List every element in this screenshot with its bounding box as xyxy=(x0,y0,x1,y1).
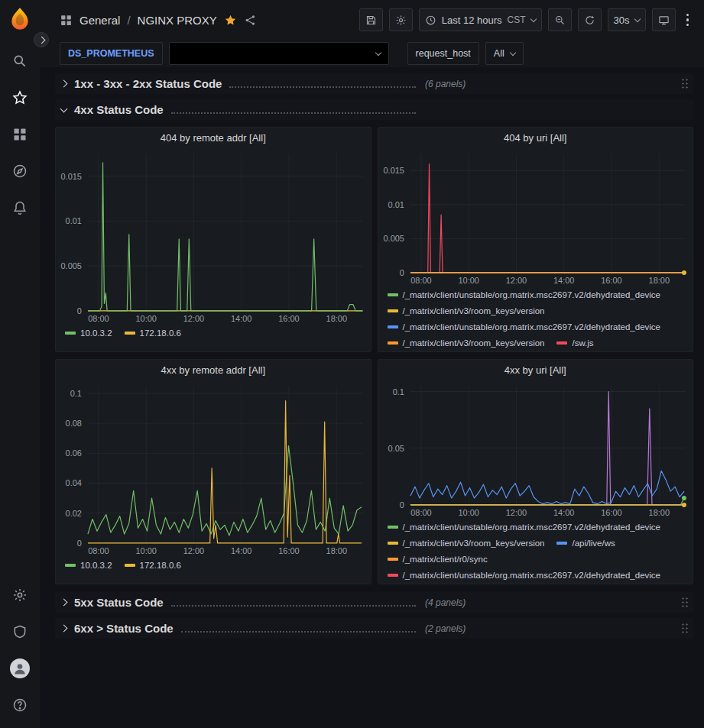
row-drag-handle[interactable] xyxy=(681,597,689,608)
variable-label-request-host: request_host xyxy=(407,42,479,65)
chevron-down-icon xyxy=(634,15,640,21)
row-panel-count: (6 panels) xyxy=(425,79,466,89)
row-drag-handle[interactable] xyxy=(681,78,689,89)
dashboard-settings-button[interactable] xyxy=(389,8,413,31)
legend-item[interactable]: /_matrix/client/unstable/org.matrix.msc2… xyxy=(388,289,661,301)
time-series-chart[interactable]: 08:0010:0012:0014:0016:0018:0000.0050.01… xyxy=(56,147,371,325)
time-series-chart[interactable]: 08:0010:0012:0014:0016:0018:0000.020.040… xyxy=(56,380,371,557)
legend-item[interactable]: /_matrix/client/unstable/org.matrix.msc2… xyxy=(388,321,661,333)
legend-swatch xyxy=(65,564,76,567)
grafana-logo-icon[interactable] xyxy=(7,6,33,32)
save-icon xyxy=(365,15,377,26)
svg-text:12:00: 12:00 xyxy=(505,276,526,285)
legend-swatch xyxy=(125,564,135,567)
time-series-chart[interactable]: 08:0010:0012:0014:0016:0018:0000.0050.01… xyxy=(378,147,693,286)
variable-value-ds-prometheus-dropdown[interactable] xyxy=(169,42,389,65)
svg-text:0.01: 0.01 xyxy=(388,200,404,209)
refresh-button[interactable] xyxy=(578,8,602,31)
svg-text:08:00: 08:00 xyxy=(410,276,431,285)
svg-text:18:00: 18:00 xyxy=(648,508,669,517)
svg-text:12:00: 12:00 xyxy=(505,508,526,517)
row-5xx[interactable]: 5xx Status Code (4 panels) xyxy=(55,592,693,613)
svg-text:16:00: 16:00 xyxy=(601,276,621,285)
legend-item[interactable]: 10.0.3.2 xyxy=(65,559,112,571)
variable-value-request-host-dropdown[interactable]: All xyxy=(485,42,524,65)
favorite-star-button[interactable] xyxy=(224,14,237,27)
legend-item[interactable]: /_matrix/client/unstable/org.matrix.msc2… xyxy=(388,569,661,581)
row-4xx[interactable]: 4xx Status Code xyxy=(55,99,693,120)
sidebar-item-explore[interactable] xyxy=(0,153,40,189)
legend-item[interactable]: /_matrix/client/unstable/org.matrix.msc2… xyxy=(388,521,661,533)
legend-swatch xyxy=(388,526,398,529)
panel-title[interactable]: 4xx by remote addr [All] xyxy=(56,360,371,380)
svg-text:12:00: 12:00 xyxy=(183,314,204,323)
shield-icon xyxy=(12,624,28,639)
chevron-down-icon xyxy=(509,49,515,55)
variable-value-text: All xyxy=(494,48,504,59)
sidebar-expand-button[interactable] xyxy=(34,32,49,47)
svg-text:10:00: 10:00 xyxy=(135,314,156,323)
svg-text:0.005: 0.005 xyxy=(61,261,82,270)
legend-swatch xyxy=(388,293,398,296)
legend-item[interactable]: /_matrix/client/v3/room_keys/version xyxy=(388,337,545,349)
legend-item[interactable]: 10.0.3.2 xyxy=(65,327,112,339)
sidebar-item-server-admin[interactable] xyxy=(0,613,40,650)
chevron-right-icon xyxy=(37,36,45,44)
panel-title[interactable]: 404 by remote addr [All] xyxy=(56,128,371,147)
refresh-interval-label: 30s xyxy=(614,15,630,26)
panel-legend: 10.0.3.2172.18.0.6 xyxy=(56,325,371,344)
row-dotted-leader xyxy=(229,86,416,88)
legend-item[interactable]: /_matrix/client/r0/sync xyxy=(388,553,488,565)
refresh-interval-dropdown[interactable]: 30s xyxy=(608,8,646,31)
panel-404-by-remote-addr: 404 by remote addr [All] 08:0010:0012:00… xyxy=(55,127,371,352)
legend-item[interactable]: 172.18.0.6 xyxy=(125,327,181,339)
breadcrumb: General / NGINX PROXY xyxy=(60,14,257,27)
panel-title[interactable]: 4xx by uri [All] xyxy=(378,360,693,380)
legend-item[interactable]: /_matrix/client/v3/room_keys/version xyxy=(388,537,545,549)
legend-label: /api/live/ws xyxy=(572,537,615,549)
time-series-chart[interactable]: 08:0010:0012:0014:0016:0018:0000.050.1 xyxy=(378,380,693,519)
refresh-icon xyxy=(584,15,595,26)
zoom-out-button[interactable] xyxy=(548,8,572,31)
row-1xx-3xx-2xx[interactable]: 1xx - 3xx - 2xx Status Code (6 panels) xyxy=(55,73,693,94)
svg-text:12:00: 12:00 xyxy=(183,546,204,555)
row-dotted-leader xyxy=(181,631,416,633)
svg-text:08:00: 08:00 xyxy=(88,314,109,323)
sidebar xyxy=(0,0,40,728)
svg-text:0.005: 0.005 xyxy=(383,234,404,243)
legend-item[interactable]: /_matrix/client/v3/room_keys/version xyxy=(388,305,545,317)
svg-text:0: 0 xyxy=(399,268,404,277)
breadcrumb-folder[interactable]: General xyxy=(79,14,120,27)
sidebar-item-search[interactable] xyxy=(0,43,40,79)
sidebar-item-alerting[interactable] xyxy=(0,189,40,226)
sidebar-item-dashboards[interactable] xyxy=(0,116,40,153)
svg-text:16:00: 16:00 xyxy=(601,508,621,517)
page-title: NGINX PROXY xyxy=(138,14,217,27)
svg-text:18:00: 18:00 xyxy=(326,314,347,323)
time-range-picker[interactable]: Last 12 hours CST xyxy=(419,8,542,31)
sidebar-item-help[interactable] xyxy=(0,687,40,723)
grafana-app: General / NGINX PROXY L xyxy=(0,0,704,728)
share-dashboard-button[interactable] xyxy=(244,14,257,27)
sidebar-item-profile[interactable] xyxy=(0,650,40,687)
legend-label: 10.0.3.2 xyxy=(80,559,112,571)
legend-item[interactable]: /sw.js xyxy=(556,337,593,349)
tv-mode-button[interactable] xyxy=(652,8,676,31)
star-icon xyxy=(12,90,28,105)
svg-text:18:00: 18:00 xyxy=(326,546,347,555)
svg-text:0.1: 0.1 xyxy=(70,389,82,398)
svg-text:0: 0 xyxy=(77,306,82,315)
sidebar-item-starred[interactable] xyxy=(0,79,40,116)
svg-text:14:00: 14:00 xyxy=(231,546,251,555)
legend-item[interactable]: /api/live/ws xyxy=(556,537,615,549)
save-dashboard-button[interactable] xyxy=(359,8,383,31)
legend-item[interactable]: 172.18.0.6 xyxy=(125,559,181,571)
kebab-menu-button[interactable] xyxy=(682,14,694,27)
svg-text:0.015: 0.015 xyxy=(383,166,404,175)
panel-title[interactable]: 404 by uri [All] xyxy=(378,128,693,147)
svg-text:0.01: 0.01 xyxy=(66,216,82,225)
row-6xx[interactable]: 6xx > Status Code (2 panels) xyxy=(55,618,693,639)
row-drag-handle[interactable] xyxy=(681,623,689,634)
sidebar-item-configuration[interactable] xyxy=(0,577,40,613)
legend-swatch xyxy=(388,558,398,561)
